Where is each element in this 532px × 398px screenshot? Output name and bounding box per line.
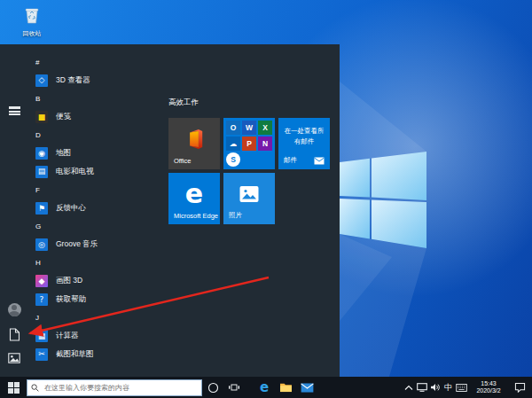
snip-icon: ✂ bbox=[35, 348, 48, 361]
map-pin-icon: ◉ bbox=[35, 147, 48, 160]
office-logo-icon bbox=[183, 128, 206, 151]
app-item-feedback-hub[interactable]: ⚑ 反馈中心 bbox=[27, 199, 161, 218]
tile-edge-label: Microsoft Edge bbox=[174, 212, 218, 220]
onenote-mini-tile-icon: N bbox=[258, 137, 272, 151]
avatar bbox=[8, 303, 21, 316]
app-item-calculator[interactable]: ▦ 计算器 bbox=[27, 327, 161, 346]
powerpoint-mini-tile-icon: P bbox=[242, 137, 256, 151]
skype-mini-tile-icon: S bbox=[226, 152, 240, 167]
recycle-bin-desktop-icon[interactable]: 回收站 bbox=[12, 5, 51, 38]
tray-chevron-up-icon[interactable] bbox=[402, 377, 415, 398]
tile-section: 高效工作 Office OWX☁PNS bbox=[168, 98, 337, 224]
cube-icon: ◇ bbox=[35, 74, 48, 87]
app-item-get-help[interactable]: ? 获取帮助 bbox=[27, 291, 161, 309]
recycle-bin-label: 回收站 bbox=[23, 29, 42, 38]
tile-photos-label: 照片 bbox=[229, 211, 242, 220]
app-item-3d-viewer[interactable]: ◇ 3D 查看器 bbox=[27, 72, 161, 90]
app-list-header[interactable]: F bbox=[27, 181, 161, 199]
app-list-header[interactable]: D bbox=[27, 126, 161, 144]
app-item-maps[interactable]: ◉ 地图 bbox=[27, 144, 161, 163]
app-item-groove-music[interactable]: ◎ Groove 音乐 bbox=[27, 236, 161, 254]
touch-keyboard-icon[interactable] bbox=[455, 377, 468, 398]
taskbar-search[interactable] bbox=[27, 379, 202, 396]
mail-tile-text: 在一处查看所有邮件 bbox=[278, 118, 330, 147]
system-tray: 中 15:43 2020/3/2 bbox=[402, 377, 532, 398]
onedrive-mini-tile-icon: ☁ bbox=[226, 137, 240, 151]
task-view-icon[interactable] bbox=[223, 377, 245, 398]
edge-taskbar-icon[interactable]: e bbox=[254, 377, 275, 398]
documents-icon[interactable] bbox=[6, 326, 22, 342]
app-list-header[interactable]: J bbox=[27, 308, 161, 327]
tile-office-apps-group[interactable]: OWX☁PNS bbox=[223, 118, 275, 169]
volume-icon[interactable] bbox=[428, 377, 442, 398]
hamburger-menu-icon[interactable] bbox=[6, 99, 22, 115]
calculator-icon: ▦ bbox=[35, 330, 48, 342]
recycle-bin-icon bbox=[22, 5, 42, 28]
app-item-movies-tv[interactable]: ▤ 电影和电视 bbox=[27, 163, 161, 182]
app-list-header[interactable]: H bbox=[27, 254, 161, 273]
app-list-header[interactable]: B bbox=[27, 90, 161, 108]
cortana-icon[interactable] bbox=[202, 377, 223, 398]
app-list-header[interactable]: G bbox=[27, 217, 161, 236]
ime-indicator[interactable]: 中 bbox=[442, 377, 455, 398]
windows-logo-icon bbox=[8, 382, 20, 394]
tile-group-label[interactable]: 高效工作 bbox=[168, 98, 337, 113]
music-icon: ◎ bbox=[35, 238, 48, 251]
desktop: 回收站 ⚙ # ◇ 3D 查看器 bbox=[0, 0, 532, 398]
edge-logo-icon: e bbox=[185, 178, 203, 209]
excel-mini-tile-icon: X bbox=[258, 121, 272, 135]
mail-taskbar-icon[interactable] bbox=[296, 377, 317, 398]
taskbar: e 中 15:43 bbox=[0, 377, 532, 398]
file-explorer-icon[interactable] bbox=[275, 377, 296, 398]
start-menu: ⚙ # ◇ 3D 查看器 B ■ 便笺 D ◉ 地图 ▤ 电影和电视 F ⚑ 反… bbox=[0, 44, 340, 377]
sticky-note-icon: ■ bbox=[35, 111, 48, 123]
search-icon bbox=[31, 384, 39, 392]
user-account-icon[interactable] bbox=[6, 301, 22, 317]
search-input[interactable] bbox=[43, 383, 198, 393]
app-list-header[interactable]: # bbox=[27, 53, 161, 72]
outlook-mini-tile-icon: O bbox=[226, 121, 240, 135]
app-item-sticky-notes[interactable]: ■ 便笺 bbox=[27, 108, 161, 127]
network-icon[interactable] bbox=[415, 377, 428, 398]
clock-date: 2020/3/2 bbox=[476, 387, 500, 394]
start-menu-rail: ⚙ bbox=[0, 44, 27, 377]
app-item-paint-3d[interactable]: ◆ 画图 3D bbox=[27, 272, 161, 291]
taskbar-clock[interactable]: 15:43 2020/3/2 bbox=[468, 377, 509, 398]
app-item-snip-sketch[interactable]: ✂ 截图和草图 bbox=[27, 346, 161, 364]
tile-microsoft-edge[interactable]: e Microsoft Edge bbox=[168, 173, 220, 224]
app-list: # ◇ 3D 查看器 B ■ 便笺 D ◉ 地图 ▤ 电影和电视 F ⚑ 反馈中… bbox=[27, 53, 161, 365]
tile-mail[interactable]: 在一处查看所有邮件 邮件 bbox=[278, 118, 330, 169]
tile-office[interactable]: Office bbox=[168, 118, 220, 169]
pictures-icon[interactable] bbox=[6, 350, 22, 366]
tile-photos[interactable]: 照片 bbox=[223, 173, 275, 224]
paint3d-icon: ◆ bbox=[35, 275, 48, 287]
tile-mail-label: 邮件 bbox=[284, 156, 297, 165]
start-button[interactable] bbox=[0, 377, 27, 398]
help-chat-icon: ? bbox=[35, 293, 48, 306]
mail-envelope-icon bbox=[314, 157, 325, 165]
tile-office-label: Office bbox=[174, 157, 191, 165]
clock-time: 15:43 bbox=[481, 380, 497, 386]
film-icon: ▤ bbox=[35, 166, 48, 178]
word-mini-tile-icon: W bbox=[242, 121, 256, 135]
photos-icon bbox=[239, 186, 259, 203]
action-center-icon[interactable] bbox=[509, 377, 530, 398]
feedback-icon: ⚑ bbox=[35, 202, 48, 215]
